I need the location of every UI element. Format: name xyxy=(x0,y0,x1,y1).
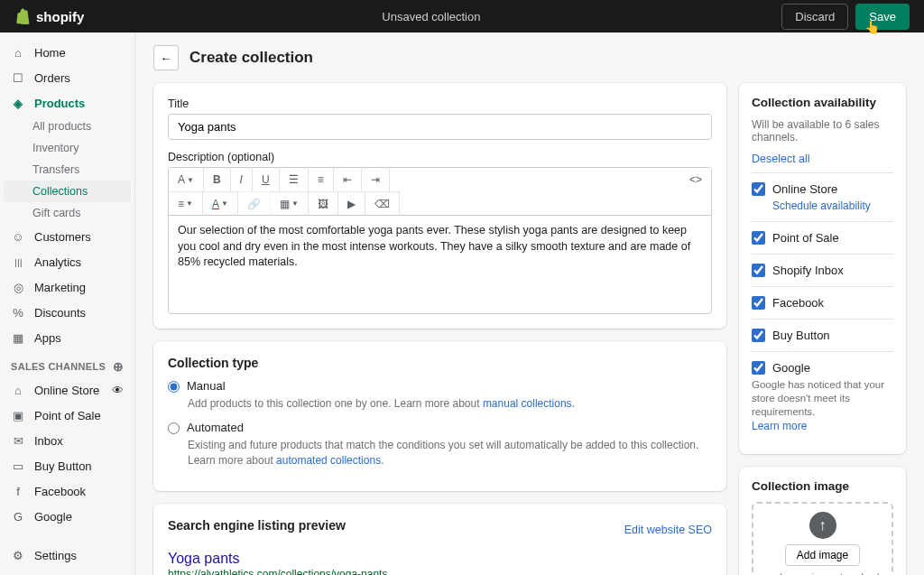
google-icon: G xyxy=(11,509,25,524)
rte-underline[interactable]: U xyxy=(253,168,280,191)
products-icon: ◈ xyxy=(11,96,25,110)
availability-heading: Collection availability xyxy=(752,96,893,109)
shopify-icon xyxy=(14,8,31,24)
nav-gift-cards[interactable]: Gift cards xyxy=(0,202,134,224)
manual-radio[interactable] xyxy=(168,381,180,393)
google-learn-more[interactable]: Learn more xyxy=(752,420,807,432)
seo-preview-title: Yoga pants xyxy=(168,551,712,567)
description-editor[interactable]: Our selection of the most comfortable yo… xyxy=(168,215,712,314)
automated-hint: Existing and future products that match … xyxy=(188,438,712,468)
rte-link[interactable]: 🔗 xyxy=(238,191,271,215)
nav-buy-button[interactable]: ▭Buy Button xyxy=(0,453,134,478)
rte-color-dropdown[interactable]: A ▼ xyxy=(203,191,238,215)
seo-card: Search engine listing preview Edit websi… xyxy=(153,504,726,575)
channels-header: SALES CHANNELS⊕ xyxy=(0,350,134,377)
drop-text: or drop an image to upload xyxy=(766,571,880,575)
availability-card: Collection availability Will be availabl… xyxy=(739,83,906,454)
nav-collections[interactable]: Collections xyxy=(4,181,131,202)
upload-icon: ↑ xyxy=(809,512,836,539)
rte-bullet-list[interactable]: ☰ xyxy=(280,168,309,191)
manual-link[interactable]: manual collections xyxy=(483,397,572,410)
nav-orders[interactable]: ☐Orders xyxy=(0,65,134,90)
rte-code-view[interactable]: <> xyxy=(680,168,711,191)
marketing-icon: ◎ xyxy=(11,280,25,294)
buy-button-icon: ▭ xyxy=(11,459,25,473)
arrow-left-icon: ← xyxy=(160,51,171,65)
check-inbox[interactable] xyxy=(752,264,765,277)
chevron-down-icon: ▼ xyxy=(291,199,299,208)
nav-inventory[interactable]: Inventory xyxy=(0,137,134,159)
add-image-button[interactable]: Add image xyxy=(785,544,860,566)
customers-icon: ☺ xyxy=(11,229,25,244)
check-google[interactable] xyxy=(752,361,765,375)
availability-sub: Will be available to 6 sales channels. xyxy=(752,118,893,144)
rte-outdent[interactable]: ⇤ xyxy=(334,168,362,191)
nav-home[interactable]: ⌂Home xyxy=(0,40,134,65)
gear-icon: ⚙ xyxy=(11,548,25,562)
rte-italic[interactable]: I xyxy=(231,168,253,191)
title-input[interactable] xyxy=(168,114,712,140)
brand-text: shopify xyxy=(36,9,84,24)
rte-image[interactable]: 🖼 xyxy=(309,191,338,215)
save-button[interactable]: Save xyxy=(855,4,910,30)
image-heading: Collection image xyxy=(752,479,893,493)
nav-marketing[interactable]: ◎Marketing xyxy=(0,274,134,300)
image-dropzone[interactable]: ↑ Add image or drop an image to upload xyxy=(752,502,893,575)
discounts-icon: % xyxy=(11,305,25,320)
rte-indent[interactable]: ⇥ xyxy=(362,168,390,191)
nav-inbox[interactable]: ✉Inbox xyxy=(0,428,134,453)
automated-label: Automated xyxy=(187,421,244,434)
chevron-down-icon: ▼ xyxy=(186,199,193,208)
orders-icon: ☐ xyxy=(11,70,25,85)
analytics-icon: ⫼ xyxy=(11,255,25,269)
apps-icon: ▦ xyxy=(11,330,25,345)
rte-number-list[interactable]: ≡ xyxy=(309,168,334,191)
rte-toolbar: A ▼ B I U ☰ ≡ ⇤ ⇥ <> ≡ ▼ A ▼ xyxy=(168,167,712,215)
rte-clear[interactable]: ⌫ xyxy=(365,191,400,215)
nav-products[interactable]: ◈Products xyxy=(0,90,134,116)
nav-all-products[interactable]: All products xyxy=(0,116,134,137)
manual-label: Manual xyxy=(187,379,226,393)
seo-preview-url: https://alyathletics.com/collections/yog… xyxy=(168,568,712,575)
deselect-all-link[interactable]: Deselect all xyxy=(752,153,893,165)
desc-label: Description (optional) xyxy=(168,151,712,163)
rte-font-dropdown[interactable]: A ▼ xyxy=(169,168,204,191)
rte-bold[interactable]: B xyxy=(204,168,231,191)
rte-align-dropdown[interactable]: ≡ ▼ xyxy=(169,191,203,215)
title-card: Title Description (optional) A ▼ B I U ☰… xyxy=(153,83,726,329)
check-buy-button[interactable] xyxy=(752,329,765,342)
check-pos[interactable] xyxy=(752,231,765,245)
nav-online-store[interactable]: ⌂Online Store👁 xyxy=(0,377,134,403)
nav-google[interactable]: GGoogle xyxy=(0,504,134,529)
edit-seo-link[interactable]: Edit website SEO xyxy=(624,524,712,536)
store-icon: ⌂ xyxy=(11,383,25,397)
add-channel-icon[interactable]: ⊕ xyxy=(113,359,124,374)
schedule-link[interactable]: Schedule availability xyxy=(772,199,893,212)
collection-image-card: Collection image ↑ Add image or drop an … xyxy=(739,467,906,575)
nav-analytics[interactable]: ⫼Analytics xyxy=(0,249,134,274)
rte-table-dropdown[interactable]: ▦ ▼ xyxy=(271,191,309,215)
discard-button[interactable]: Discard xyxy=(781,4,848,30)
nav-facebook[interactable]: fFacebook xyxy=(0,478,134,504)
nav-discounts[interactable]: %Discounts xyxy=(0,300,134,325)
collection-type-card: Collection type Manual Add products to t… xyxy=(153,341,726,491)
automated-radio[interactable] xyxy=(168,422,180,434)
check-facebook[interactable] xyxy=(752,296,765,310)
nav-transfers[interactable]: Transfers xyxy=(0,159,134,181)
type-heading: Collection type xyxy=(168,356,712,370)
title-label: Title xyxy=(168,97,712,110)
check-online-store[interactable] xyxy=(752,182,765,196)
nav-settings[interactable]: ⚙Settings xyxy=(0,543,134,568)
back-button[interactable]: ← xyxy=(153,45,179,70)
pos-icon: ▣ xyxy=(11,408,25,422)
topbar-status: Unsaved collection xyxy=(382,10,781,23)
inbox-icon: ✉ xyxy=(11,433,25,448)
nav-apps[interactable]: ▦Apps xyxy=(0,325,134,350)
nav-customers[interactable]: ☺Customers xyxy=(0,224,134,249)
chevron-down-icon: ▼ xyxy=(221,199,228,208)
automated-link[interactable]: automated collections xyxy=(276,454,381,467)
nav-pos[interactable]: ▣Point of Sale xyxy=(0,403,134,428)
rte-video[interactable]: ▶ xyxy=(338,191,365,215)
topbar: shopify Unsaved collection Discard Save xyxy=(0,0,924,32)
google-note: Google has noticed that your store doesn… xyxy=(752,378,893,419)
